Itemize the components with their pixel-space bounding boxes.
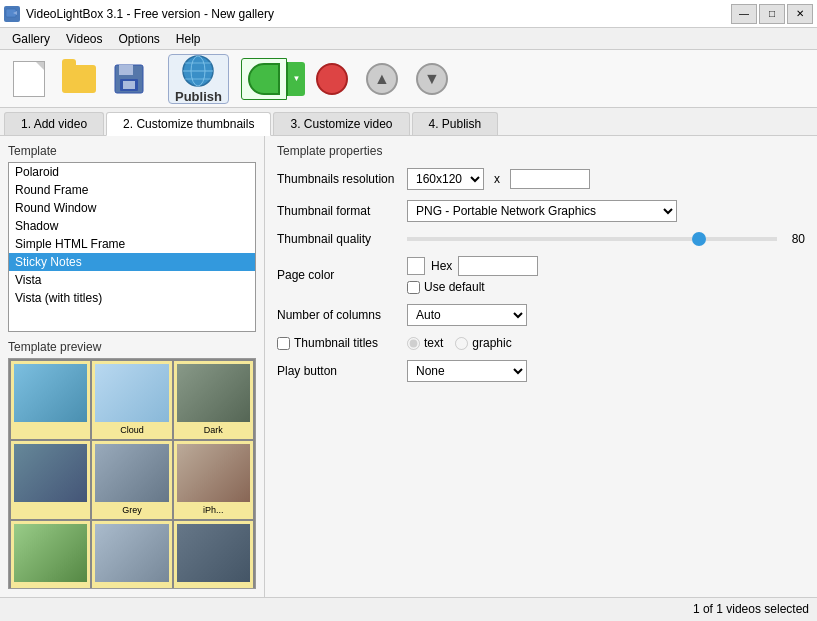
resolution-label: Thumbnails resolution: [277, 172, 407, 186]
svg-rect-3: [119, 65, 133, 75]
menu-options[interactable]: Options: [111, 30, 168, 48]
format-label: Thumbnail format: [277, 204, 407, 218]
resolution-select[interactable]: 160x120 320x240 640x480: [407, 168, 484, 190]
quality-label: Thumbnail quality: [277, 232, 407, 246]
quality-row: Thumbnail quality 80: [277, 232, 805, 246]
remove-icon: [314, 61, 350, 97]
radio-graphic-option: graphic: [455, 336, 511, 350]
right-panel: Template properties Thumbnails resolutio…: [265, 136, 817, 597]
use-default-label: Use default: [424, 280, 485, 294]
preview-thumb-cloud: Cloud: [92, 361, 171, 439]
radio-text-option: text: [407, 336, 443, 350]
publish-button[interactable]: Publish: [168, 54, 229, 104]
template-preview: Cloud Dark Grey iPh...: [8, 358, 256, 589]
close-button[interactable]: ✕: [787, 4, 813, 24]
tab-add-video[interactable]: 1. Add video: [4, 112, 104, 135]
columns-group: Auto 1 2 3 4 5: [407, 304, 805, 326]
main-content: Template Polaroid Round Frame Round Wind…: [0, 136, 817, 597]
thumb-titles-label: Thumbnail titles: [294, 336, 378, 350]
preview-thumb-7: [11, 521, 90, 589]
radio-graphic[interactable]: [455, 337, 468, 350]
title-bar: VideoLightBox 3.1 - Free version - New g…: [0, 0, 817, 28]
thumb-titles-checkbox[interactable]: [277, 337, 290, 350]
quality-value: 80: [781, 232, 805, 246]
x-separator: x: [494, 172, 500, 186]
svg-rect-5: [123, 81, 135, 89]
title-bar-left: VideoLightBox 3.1 - Free version - New g…: [4, 6, 274, 22]
add-video-button[interactable]: [241, 58, 287, 100]
preview-thumb-iphone: iPh...: [174, 441, 253, 519]
play-button-label: Play button: [277, 364, 407, 378]
radio-text[interactable]: [407, 337, 420, 350]
preview-label-grey: Grey: [95, 504, 168, 516]
template-vista-with-titles[interactable]: Vista (with titles): [9, 289, 255, 307]
template-vista[interactable]: Vista: [9, 271, 255, 289]
page-color-row: Page color Hex Use default: [277, 256, 805, 294]
template-round-frame[interactable]: Round Frame: [9, 181, 255, 199]
save-button[interactable]: [106, 58, 152, 100]
menu-bar: Gallery Videos Options Help: [0, 28, 817, 50]
play-button-group: None Standard Large: [407, 360, 805, 382]
publish-label: Publish: [175, 89, 222, 104]
status-bar: 1 of 1 videos selected: [0, 597, 817, 619]
menu-videos[interactable]: Videos: [58, 30, 110, 48]
open-button[interactable]: [56, 58, 102, 100]
preview-thumb-dark: Dark: [174, 361, 253, 439]
minimize-button[interactable]: —: [731, 4, 757, 24]
folder-icon: [61, 61, 97, 97]
new-button[interactable]: [6, 58, 52, 100]
preview-label-iphone: iPh...: [177, 504, 250, 516]
app-title: VideoLightBox 3.1 - Free version - New g…: [26, 7, 274, 21]
save-icon: [111, 61, 147, 97]
use-default-checkbox[interactable]: [407, 281, 420, 294]
preview-thumb-1: [11, 361, 90, 439]
toolbar: Publish ▼ ▲ ▼: [0, 50, 817, 108]
tab-customize-video[interactable]: 3. Customize video: [273, 112, 409, 135]
hex-input[interactable]: [458, 256, 538, 276]
resolution-custom-input[interactable]: [510, 169, 590, 189]
maximize-button[interactable]: □: [759, 4, 785, 24]
hex-label: Hex: [431, 259, 452, 273]
columns-label: Number of columns: [277, 308, 407, 322]
template-shadow[interactable]: Shadow: [9, 217, 255, 235]
app-icon: [4, 6, 20, 22]
title-bar-controls: — □ ✕: [731, 4, 813, 24]
preview-section-title: Template preview: [8, 340, 256, 354]
preview-thumb-grey: Grey: [92, 441, 171, 519]
template-sticky-notes[interactable]: Sticky Notes: [9, 253, 255, 271]
add-icon: [246, 61, 282, 97]
status-text: 1 of 1 videos selected: [693, 602, 809, 616]
format-select[interactable]: PNG - Portable Network Graphics JPEG GIF: [407, 200, 677, 222]
template-simple-html-frame[interactable]: Simple HTML Frame: [9, 235, 255, 253]
format-row: Thumbnail format PNG - Portable Network …: [277, 200, 805, 222]
move-up-button[interactable]: ▲: [359, 58, 405, 100]
left-panel: Template Polaroid Round Frame Round Wind…: [0, 136, 265, 597]
color-picker-swatch[interactable]: [407, 257, 425, 275]
remove-video-button[interactable]: [309, 58, 355, 100]
up-arrow-icon: ▲: [364, 61, 400, 97]
page-color-label: Page color: [277, 268, 407, 282]
tabs: 1. Add video 2. Customize thumbnails 3. …: [0, 108, 817, 136]
template-properties-title: Template properties: [277, 144, 805, 158]
preview-thumb-8: [92, 521, 171, 589]
publish-globe-icon: [180, 53, 216, 89]
quality-slider[interactable]: [407, 237, 777, 241]
columns-select[interactable]: Auto 1 2 3 4 5: [407, 304, 527, 326]
template-polaroid[interactable]: Polaroid: [9, 163, 255, 181]
preview-thumb-9: [174, 521, 253, 589]
play-button-row: Play button None Standard Large: [277, 360, 805, 382]
move-down-button[interactable]: ▼: [409, 58, 455, 100]
tab-customize-thumbnails[interactable]: 2. Customize thumbnails: [106, 112, 271, 136]
add-dropdown-button[interactable]: ▼: [287, 62, 305, 96]
play-button-select[interactable]: None Standard Large: [407, 360, 527, 382]
menu-gallery[interactable]: Gallery: [4, 30, 58, 48]
template-list: Polaroid Round Frame Round Window Shadow…: [8, 162, 256, 332]
thumb-titles-row: Thumbnail titles text graphic: [277, 336, 805, 350]
template-round-window[interactable]: Round Window: [9, 199, 255, 217]
quality-group: 80: [407, 232, 805, 246]
preview-label-dark: Dark: [177, 424, 250, 436]
add-video-group: ▼: [241, 58, 305, 100]
menu-help[interactable]: Help: [168, 30, 209, 48]
tab-publish[interactable]: 4. Publish: [412, 112, 499, 135]
format-group: PNG - Portable Network Graphics JPEG GIF: [407, 200, 805, 222]
